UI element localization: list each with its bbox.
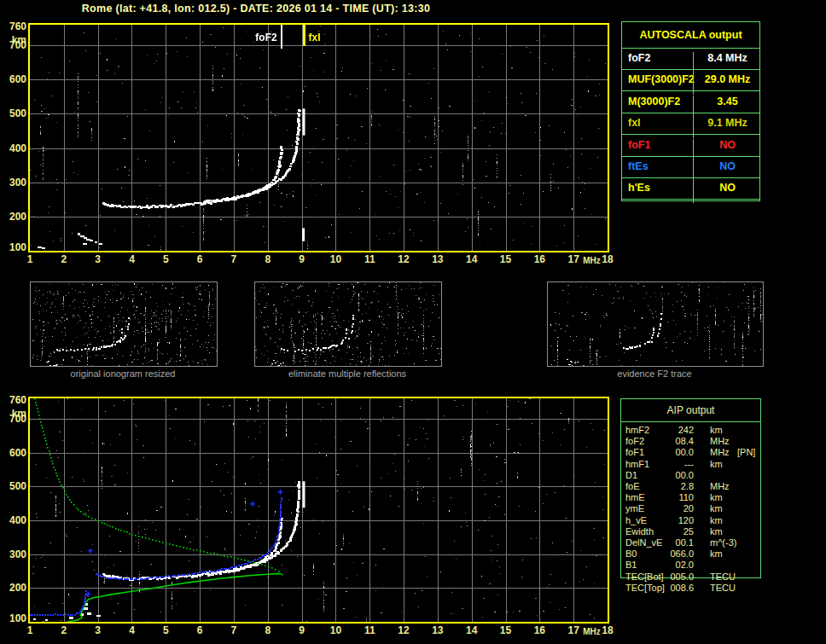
aip-row-foe: foE2.8MHz: [620, 481, 761, 492]
aip-row-tecbot: TEC[Bot]005.0TECU: [620, 571, 761, 583]
x-tick-label: 10: [324, 253, 346, 265]
parameter-value: 08.4: [646, 436, 694, 446]
parameter-name: foE: [625, 481, 640, 491]
parameter-value: 005.0: [646, 571, 694, 582]
parameter-value: 25: [646, 526, 694, 537]
parameter-value: 066.0: [646, 548, 694, 559]
parameter-value: 00.1: [646, 537, 694, 548]
parameter-unit: TECU: [710, 571, 736, 582]
top-ionogram-plot: 123456789101112131415161718MHz7607006005…: [28, 23, 609, 252]
aip-row-yme: ymE20km: [620, 503, 761, 514]
marker-label-fxi: fxI: [309, 32, 321, 44]
x-tick-label: 7: [223, 253, 245, 265]
autoscala-row-hes: h'EsNO: [622, 177, 759, 200]
x-tick-label: 13: [427, 624, 449, 636]
parameter-value: 00.0: [646, 470, 694, 480]
y-tick-label: 100: [0, 241, 26, 253]
autoscala-row-fof1: foF1NO: [622, 135, 759, 157]
parameter-name: D1: [625, 470, 637, 480]
x-tick-label: 15: [495, 253, 517, 265]
x-tick-label: 1: [19, 624, 41, 636]
autoscala-table-header: AUTOSCALA output: [622, 22, 759, 49]
parameter-unit: MHz: [710, 436, 730, 446]
marker-label-fof2: foF2: [240, 32, 277, 44]
parameter-unit: MHz: [710, 447, 730, 457]
x-tick-label: 4: [120, 253, 143, 265]
x-axis-unit-label: MHz: [583, 256, 601, 265]
aip-header-divider: [620, 421, 761, 422]
x-tick-label: 11: [358, 253, 381, 265]
x-axis-unit-label: MHz: [583, 627, 601, 636]
aip-table-header: AIP output: [620, 404, 761, 416]
autoscala-row-m3000f2: M(3000)F23.45: [622, 91, 759, 113]
y-tick-label: 400: [0, 142, 26, 154]
parameter-name: foF2: [625, 436, 644, 446]
x-tick-label: 1: [19, 253, 41, 265]
parameter-name: ftEs: [628, 160, 649, 172]
x-tick-label: 17: [562, 253, 585, 265]
x-tick-label: 9: [291, 253, 313, 265]
y-tick-label: 600: [0, 447, 26, 459]
autoscala-output-screen: Rome (lat: +41.8, lon: 012.5) - DATE: 20…: [0, 0, 826, 644]
autoscala-row-fof2: foF28.4 MHz: [622, 48, 759, 70]
parameter-unit: m^(-3): [710, 537, 736, 548]
bottom-profile-canvas: [30, 398, 608, 622]
parameter-value: NO: [693, 182, 761, 203]
aip-row-b0: B0066.0km: [620, 548, 761, 560]
x-tick-label: 5: [154, 624, 177, 636]
aip-output-panel: AIP output hmF2242kmfoF208.4MHzfoF100.0M…: [620, 398, 761, 599]
parameter-value: 120: [646, 515, 694, 525]
parameter-unit: km: [710, 515, 723, 525]
parameter-name: MUF(3000)F2: [628, 73, 695, 85]
x-tick-label: 16: [528, 624, 550, 636]
aip-row-hmf2: hmF2242km: [620, 425, 761, 436]
parameter-value: 2.8: [646, 481, 694, 491]
aip-row-ewidth: Ewidth25km: [620, 526, 761, 537]
aip-row-hmf1: hmF1---km: [620, 459, 761, 470]
x-tick-label: 17: [562, 624, 585, 636]
x-tick-label: 14: [461, 253, 483, 265]
thumbnail-eliminate-multiple-reflections: [254, 281, 442, 367]
parameter-name: hmE: [625, 492, 645, 502]
parameter-name: foF1: [625, 447, 644, 457]
x-tick-label: 9: [291, 624, 313, 636]
y-axis-unit-label: km: [0, 408, 26, 420]
x-tick-label: 13: [427, 253, 449, 265]
parameter-value: 02.0: [646, 560, 694, 570]
y-tick-label: 760: [0, 20, 26, 32]
parameter-value: 008.6: [646, 583, 694, 593]
parameter-value: 00.0: [646, 447, 694, 457]
parameter-name: ymE: [625, 503, 644, 513]
parameter-name: foF2: [628, 52, 650, 64]
x-tick-label: 8: [257, 253, 279, 265]
top-ionogram-canvas: [30, 25, 608, 251]
y-tick-label: 600: [0, 73, 26, 85]
aip-row-hve: h_vE120km: [620, 515, 761, 526]
parameter-name: foF1: [628, 139, 650, 151]
y-tick-label: 400: [0, 514, 26, 526]
autoscala-row-fxi: fxI9.1 MHz: [622, 113, 759, 135]
x-tick-label: 16: [528, 253, 550, 265]
y-tick-label: 300: [0, 548, 26, 560]
x-tick-label: 10: [324, 624, 346, 636]
parameter-name: M(3000)F2: [628, 96, 680, 107]
bottom-profile-plot: 123456789101112131415161718MHz7607006005…: [28, 397, 609, 624]
thumbnail-caption: evidence F2 trace: [547, 368, 762, 379]
aip-row-b1: B102.0: [620, 560, 761, 571]
x-tick-label: 12: [393, 253, 415, 265]
parameter-name: h'Es: [628, 182, 650, 194]
thumbnail-evidence-f2-trace: [547, 281, 764, 367]
x-tick-label: 7: [223, 624, 245, 636]
x-tick-label: 15: [495, 624, 517, 636]
parameter-unit: MHz: [710, 481, 730, 491]
aip-row-fof2: foF208.4MHz: [620, 436, 761, 447]
aip-row-tectop: TEC[Top]008.6TECU: [620, 583, 761, 594]
x-tick-label: 6: [189, 253, 211, 265]
page-title: Rome (lat: +41.8, lon: 012.5) - DATE: 20…: [0, 3, 512, 15]
thumbnail-caption: eliminate multiple reflections: [254, 368, 440, 379]
x-tick-label: 6: [189, 624, 211, 636]
y-tick-label: 200: [0, 211, 26, 223]
parameter-name: h_vE: [625, 515, 647, 525]
parameter-unit: km: [710, 425, 723, 435]
autoscala-row-muf3000f2: MUF(3000)F229.0 MHz: [622, 69, 759, 91]
